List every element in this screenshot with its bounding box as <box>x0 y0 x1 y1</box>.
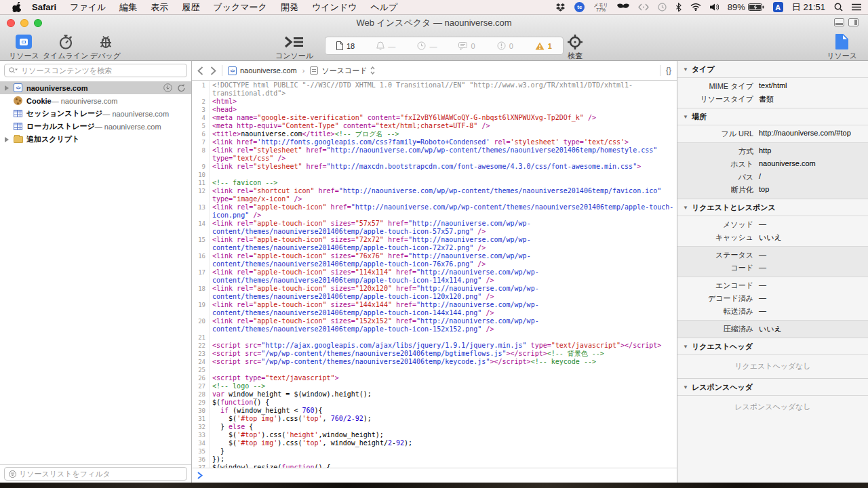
line-number[interactable]: 17 <box>192 268 210 285</box>
notification-center-icon[interactable] <box>852 3 861 11</box>
menu-item-2[interactable]: 表示 <box>151 1 168 14</box>
line-number[interactable]: 29 <box>192 399 210 407</box>
battery-status[interactable]: 89% <box>728 2 764 12</box>
line-number[interactable]: 23 <box>192 350 210 358</box>
line-number[interactable]: 26 <box>192 374 210 382</box>
line-number[interactable]: 34 <box>192 439 210 447</box>
menu-item-3[interactable]: 履歴 <box>182 1 199 14</box>
disclosure-triangle-icon[interactable] <box>5 137 9 142</box>
breadcrumb-view[interactable]: ソースコード <box>321 66 367 76</box>
line-number[interactable]: 32 <box>192 423 210 431</box>
stepper-icon[interactable] <box>370 66 375 75</box>
line-number[interactable]: 22 <box>192 342 210 350</box>
disclosure-triangle-icon[interactable] <box>5 85 9 91</box>
toolbar-resources-button[interactable]: リソース <box>9 33 39 61</box>
line-number[interactable]: 1 <box>192 81 210 98</box>
line-number[interactable]: 13 <box>192 203 210 220</box>
errors-badge[interactable]: 0 <box>497 41 513 50</box>
resource-filter-input[interactable]: リソースリストをフィルタ <box>4 467 187 481</box>
time-badge[interactable]: — <box>417 41 437 50</box>
resource-item-0[interactable]: <>naouniverse.com <box>0 81 191 94</box>
resource-item-2[interactable]: セッションストレージ — naouniverse.com <box>0 107 191 120</box>
line-number[interactable]: 5 <box>192 122 210 130</box>
toggle-right-sidebar-button[interactable] <box>848 18 859 26</box>
document-count-badge[interactable]: 18 <box>336 41 355 50</box>
pretty-print-button[interactable]: {} <box>666 66 671 75</box>
quick-console-prompt[interactable] <box>192 468 677 483</box>
wifi-icon[interactable] <box>690 3 701 11</box>
code-brackets-icon[interactable] <box>638 3 649 11</box>
resource-search-input[interactable]: リソースコンテンツを検索 <box>4 64 187 77</box>
line-number[interactable]: 31 <box>192 415 210 423</box>
breadcrumb-site[interactable]: naouniverse.com <box>240 66 297 75</box>
line-number[interactable]: 35 <box>192 447 210 455</box>
toolbar-inspect-button[interactable]: 検査 <box>567 33 583 61</box>
resource-item-4[interactable]: 追加スクリプト <box>0 133 191 146</box>
toolbar-debugger-button[interactable]: デバッグ <box>90 33 121 61</box>
resource-item-1[interactable]: Cookie — naouniverse.com <box>0 94 191 107</box>
line-number[interactable]: 20 <box>192 317 210 333</box>
toggle-bottom-panel-button[interactable] <box>834 18 844 26</box>
details-section-header-1[interactable]: ▼場所 <box>677 108 868 125</box>
menu-item-6[interactable]: ウインドウ <box>312 1 357 14</box>
menu-item-1[interactable]: 編集 <box>119 1 137 14</box>
line-number[interactable]: 27 <box>192 382 210 390</box>
memory-status[interactable]: メモリ77% <box>593 3 608 12</box>
line-number[interactable]: 11 <box>192 179 210 187</box>
toolbar-timeline-button[interactable]: タイムライン <box>43 33 89 61</box>
line-number[interactable]: 16 <box>192 252 210 268</box>
menu-item-4[interactable]: ブックマーク <box>213 1 267 14</box>
line-number[interactable]: 33 <box>192 431 210 439</box>
toolbar-details-sidebar-button[interactable]: リソース <box>827 33 857 61</box>
line-number[interactable]: 10 <box>192 171 210 179</box>
zoom-button[interactable] <box>34 19 42 27</box>
forward-button[interactable] <box>210 66 216 75</box>
line-number[interactable]: 14 <box>192 220 210 236</box>
close-button[interactable] <box>7 19 15 27</box>
line-number[interactable]: 3 <box>192 106 210 114</box>
details-section-header-3[interactable]: ▼リクエストヘッダ <box>677 338 868 354</box>
download-icon[interactable] <box>163 83 172 92</box>
line-number[interactable]: 2 <box>192 98 210 106</box>
line-number[interactable]: 28 <box>192 390 210 399</box>
fastlane-icon[interactable] <box>617 3 629 12</box>
line-number[interactable]: 18 <box>192 285 210 301</box>
bluetooth-icon[interactable] <box>675 3 682 12</box>
resource-item-3[interactable]: ローカルストレージ — naouniverse.com <box>0 120 191 133</box>
minimize-button[interactable] <box>20 19 28 27</box>
back-button[interactable] <box>197 66 203 75</box>
line-number[interactable]: 4 <box>192 114 210 122</box>
reload-icon[interactable] <box>177 83 186 92</box>
line-number[interactable]: 6 <box>192 130 210 138</box>
details-section-header-2[interactable]: ▼リクエストとレスポンス <box>677 199 868 216</box>
network-badge[interactable]: — <box>376 41 395 50</box>
menu-item-7[interactable]: ヘルプ <box>370 1 397 14</box>
line-number[interactable]: 7 <box>192 138 210 146</box>
line-number[interactable]: 12 <box>192 187 210 203</box>
line-number[interactable]: 9 <box>192 163 210 171</box>
line-number[interactable]: 25 <box>192 366 210 374</box>
line-number[interactable]: 19 <box>192 301 210 317</box>
time-machine-icon[interactable] <box>658 3 667 12</box>
volume-icon[interactable] <box>710 3 719 11</box>
te-status-icon[interactable]: te <box>574 2 585 12</box>
line-number[interactable]: 36 <box>192 455 210 464</box>
details-section-header-0[interactable]: ▼タイプ <box>677 61 868 77</box>
line-number[interactable]: 24 <box>192 358 210 366</box>
menu-item-5[interactable]: 開発 <box>281 1 298 14</box>
spotlight-icon[interactable] <box>834 3 843 12</box>
line-number[interactable]: 15 <box>192 236 210 252</box>
line-number[interactable]: 21 <box>192 333 210 342</box>
dropbox-icon[interactable] <box>555 3 566 12</box>
input-method-icon[interactable]: A <box>773 2 783 12</box>
apple-menu-icon[interactable] <box>12 2 21 12</box>
warnings-badge[interactable]: 1 <box>535 42 552 50</box>
line-number[interactable]: 8 <box>192 146 210 163</box>
menu-safari[interactable]: Safari <box>32 2 56 12</box>
menu-item-0[interactable]: ファイル <box>70 1 106 14</box>
toolbar-console-button[interactable]: コンソール <box>275 33 313 61</box>
console-messages-badge[interactable]: 0 <box>458 42 475 50</box>
line-number[interactable]: 30 <box>192 407 210 415</box>
source-code-editor[interactable]: 1<!DOCTYPE html PUBLIC "-//W3C//DTD XHTM… <box>192 81 677 468</box>
details-section-header-4[interactable]: ▼レスポンスヘッダ <box>677 378 868 395</box>
